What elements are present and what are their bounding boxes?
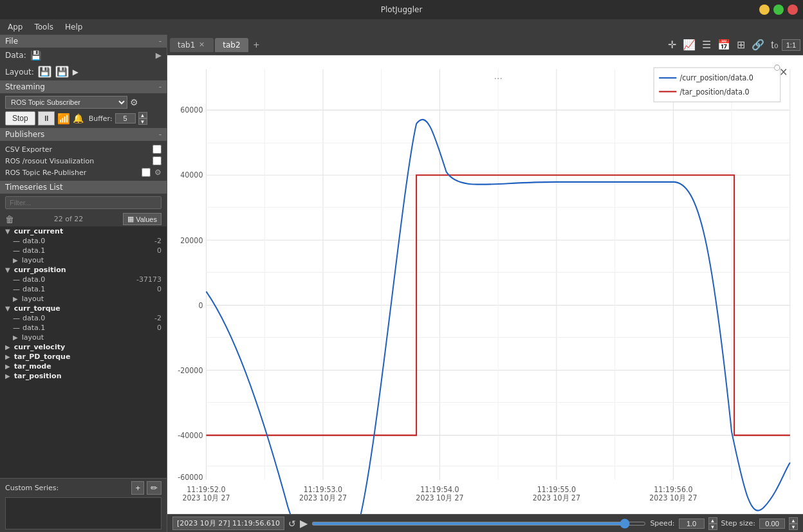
svg-text:2023 10月 27: 2023 10月 27 [533, 493, 580, 502]
list-item[interactable]: ▶tar_mode [0, 362, 167, 371]
list-item[interactable]: ▶ layout [0, 255, 167, 265]
ros-subscriber-select[interactable]: ROS Topic Subscriber [5, 96, 127, 109]
publishers-label: Publishers [5, 130, 44, 139]
speed-label: Speed: [650, 519, 674, 527]
pub-rosout-checkbox[interactable] [152, 156, 162, 165]
plot-area: 60000 40000 20000 0 -20000 -40000 -60000… [167, 55, 803, 514]
link-icon-button[interactable]: 🔗 [749, 37, 767, 52]
list-item[interactable]: — data.0 -2 [0, 236, 167, 246]
buffer-label: Buffer: [89, 115, 113, 123]
step-down[interactable]: ▼ [789, 524, 798, 530]
ratio-button[interactable]: 1:1 [782, 39, 800, 51]
speed-down[interactable]: ▼ [708, 524, 717, 530]
svg-text:2023 10月 27: 2023 10月 27 [299, 493, 347, 502]
list-item[interactable]: ▼curr_position [0, 265, 167, 275]
step-label: Step size: [721, 519, 756, 527]
tab-tab1[interactable]: tab1 ✕ [170, 38, 214, 52]
streaming-section: ROS Topic Subscriber ⚙ Stop ⏸ 📶 🔔 Buffer… [0, 93, 167, 128]
list-item[interactable]: ▼curr_torque [0, 304, 167, 313]
data-load-button[interactable]: 💾 [30, 50, 41, 60]
svg-text:-40000: -40000 [178, 431, 203, 440]
list-item[interactable]: — data.1 0 [0, 323, 167, 333]
tab-bar: tab1 ✕ tab2 + ✛ 📈 ☰ 📅 ⊞ 🔗 t₀ 1:1 [167, 35, 803, 55]
pub-republisher-gear[interactable]: ⚙ [154, 168, 162, 177]
layout-row: Layout: 💾 💾 ▶ [0, 63, 167, 80]
list-item[interactable]: ▶tar_PD_torque [0, 352, 167, 362]
play-button[interactable]: ▶ [300, 517, 308, 529]
timeline-slider[interactable] [311, 522, 646, 526]
crosshair-icon-button[interactable]: ✛ [665, 37, 679, 52]
svg-text:0: 0 [198, 300, 203, 309]
speed-up[interactable]: ▲ [708, 517, 717, 524]
pub-row-republisher: ROS Topic Re-Publisher ⚙ [5, 167, 162, 178]
list-item[interactable]: — data.1 0 [0, 284, 167, 294]
pause-button[interactable]: ⏸ [38, 111, 55, 125]
list-icon-button[interactable]: ☰ [699, 37, 714, 52]
custom-series-area [5, 497, 162, 529]
maximize-button[interactable] [773, 5, 784, 15]
ts-filter-input[interactable] [5, 196, 162, 209]
ts-toolbar: 🗑 22 of 22 ▦ Values [0, 212, 167, 226]
ts-delete-button[interactable]: 🗑 [5, 214, 14, 225]
list-item[interactable]: ▶tar_position [0, 371, 167, 381]
chart-icon-button[interactable]: 📈 [680, 37, 698, 52]
pub-csv-checkbox[interactable] [152, 145, 162, 154]
calendar-icon-button[interactable]: 📅 [715, 37, 733, 52]
svg-text:2023 10月 27: 2023 10月 27 [182, 493, 230, 502]
custom-series-add-button[interactable]: + [131, 481, 144, 495]
list-item[interactable]: — data.1 0 [0, 246, 167, 255]
content-area: tab1 ✕ tab2 + ✛ 📈 ☰ 📅 ⊞ 🔗 t₀ 1:1 [167, 35, 803, 532]
pub-row-rosout: ROS /rosout Visualization [5, 155, 162, 167]
list-item[interactable]: — data.0 -2 [0, 313, 167, 323]
speed-input[interactable]: 1.0 [679, 518, 705, 529]
buffer-up[interactable]: ▲ [138, 112, 147, 118]
step-input[interactable]: 0.00 [759, 518, 785, 529]
custom-series-edit-button[interactable]: ✏ [147, 481, 162, 495]
grid-icon-button[interactable]: ⊞ [734, 37, 748, 52]
menu-tools[interactable]: Tools [29, 21, 59, 33]
streaming-collapse[interactable]: - [159, 82, 162, 91]
list-item[interactable]: ▼curr_current [0, 226, 167, 236]
menubar: App Tools Help [0, 19, 803, 35]
publishers-collapse[interactable]: - [159, 130, 162, 139]
pub-republisher-label: ROS Topic Re-Publisher [5, 169, 138, 177]
tab1-label: tab1 [178, 41, 195, 50]
step-up[interactable]: ▲ [789, 517, 798, 524]
step-spinner: ▲ ▼ [789, 517, 798, 530]
streaming-gear-button[interactable]: ⚙ [130, 97, 138, 107]
svg-point-48 [775, 65, 780, 71]
sidebar: File - Data: 💾 ▶ Layout: 💾 💾 ▶ Streaming… [0, 35, 167, 532]
list-item[interactable]: — data.0 -37173 [0, 275, 167, 284]
speed-spinner: ▲ ▼ [708, 517, 717, 530]
menu-app[interactable]: App [3, 21, 28, 33]
stop-button[interactable]: Stop [5, 111, 35, 125]
list-item[interactable]: ▶ layout [0, 294, 167, 304]
svg-rect-0 [167, 55, 803, 514]
svg-text:...: ... [494, 71, 502, 81]
file-collapse[interactable]: - [159, 37, 162, 46]
custom-series-label: Custom Series: [5, 484, 129, 492]
replay-button[interactable]: ↺ [288, 518, 296, 529]
tab1-close-button[interactable]: ✕ [198, 41, 206, 49]
svg-text:/tar_position/data.0: /tar_position/data.0 [679, 87, 749, 96]
tab-add-button[interactable]: + [250, 39, 263, 51]
bottom-bar: [2023 10月 27] 11:19:56.610 ↺ ▶ Speed: 1.… [167, 514, 803, 532]
list-item[interactable]: ▶curr_velocity [0, 342, 167, 352]
buffer-down[interactable]: ▼ [138, 118, 147, 125]
close-button[interactable] [788, 5, 798, 15]
menu-help[interactable]: Help [60, 21, 88, 33]
layout-load-button[interactable]: 💾 [55, 66, 69, 78]
pub-republisher-checkbox[interactable] [142, 168, 151, 177]
tab2-label: tab2 [223, 41, 240, 50]
svg-text:2023 10月 27: 2023 10月 27 [416, 493, 463, 502]
buffer-input[interactable]: 5 [115, 113, 136, 124]
svg-text:2023 10月 27: 2023 10月 27 [649, 493, 697, 502]
minimize-button[interactable] [759, 5, 770, 15]
time-icon-button[interactable]: t₀ [768, 37, 780, 52]
list-item[interactable]: ▶ layout [0, 333, 167, 342]
layout-save-button[interactable]: 💾 [38, 66, 51, 78]
signal-icon: 📶 [57, 113, 70, 125]
ts-values-button[interactable]: ▦ Values [123, 213, 162, 225]
pub-row-csv: CSV Exporter [5, 143, 162, 155]
tab-tab2[interactable]: tab2 [215, 38, 248, 52]
